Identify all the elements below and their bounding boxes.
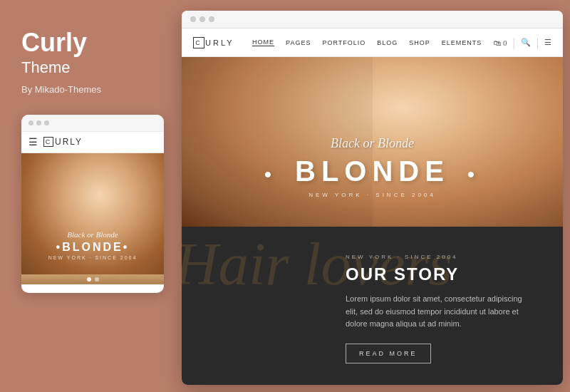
hero-content: Black or Blonde • BLONDE • NEW YORK · SI… [182,136,563,198]
mobile-indicators [21,274,164,284]
mobile-hero: Black or Blonde •BLONDE• NEW YORK · SINC… [21,153,164,274]
theme-title: Curly [21,29,153,57]
menu-icon[interactable]: ☰ [544,38,551,47]
desktop-logo: C URLY [193,37,234,48]
chrome-dot-1 [28,120,33,125]
search-icon[interactable]: 🔍 [521,38,531,47]
read-more-button[interactable]: READ MORE [346,344,431,363]
mobile-script-text: Black or Blonde [21,230,164,239]
mobile-logo-box: C [43,137,53,147]
mobile-logo-text: URLY [55,137,83,147]
story-title: OUR STORY [346,264,527,284]
hero-script-text: Black or Blonde [182,136,563,151]
chrome-dot-2 [36,120,41,125]
nav-item-portfolio[interactable]: PORTFOLIO [322,39,366,46]
desktop-logo-text: URLY [205,38,234,47]
chrome-dot-yellow [200,16,205,22]
mobile-blonde-text: •BLONDE• [21,241,164,254]
desktop-preview: C URLY HOME PAGES PORTFOLIO BLOG SHOP EL… [182,11,563,385]
indicator-2[interactable] [95,277,99,282]
desktop-nav-items: HOME PAGES PORTFOLIO BLOG SHOP ELEMENTS [252,38,482,46]
desktop-nav-icons: 🛍 0 | 🔍 | ☰ [493,36,551,49]
theme-subtitle: Theme [21,58,153,77]
nav-item-elements[interactable]: ELEMENTS [442,39,482,46]
chrome-dot-3 [44,120,49,125]
nav-item-shop[interactable]: SHOP [409,39,430,46]
chrome-dot-red [190,16,196,22]
nav-item-home[interactable]: HOME [252,38,274,46]
hero-title: BLONDE [295,155,450,187]
mobile-location-text: NEW YORK · SINCE 2004 [21,255,164,260]
mobile-hero-overlay: Black or Blonde •BLONDE• NEW YORK · SINC… [21,230,164,260]
hero-right-dot: • [467,163,480,185]
hamburger-icon[interactable]: ☰ [28,136,38,148]
mobile-window-chrome [21,115,164,132]
cart-icon[interactable]: 🛍 0 [493,38,507,47]
mobile-navbar: ☰ C URLY [21,132,164,153]
hero-left-dot: • [264,163,277,185]
desktop-window-chrome [182,11,563,29]
left-panel: Curly Theme By Mikado-Themes ☰ C URLY Bl… [0,0,175,392]
mobile-logo: C URLY [43,137,83,147]
hero-blonde-text: • BLONDE • [182,155,563,187]
indicator-1[interactable] [87,277,91,282]
chrome-dot-green [209,16,214,22]
story-location: NEW YORK · SINCE 2004 [346,254,527,260]
mobile-preview: ☰ C URLY Black or Blonde •BLONDE• NEW YO… [21,115,164,293]
nav-item-pages[interactable]: PAGES [286,39,311,46]
theme-author: By Mikado-Themes [21,84,153,95]
story-text: Lorem ipsum dolor sit amet, consectetur … [346,293,527,331]
desktop-story: Hair lovers NEW YORK · SINCE 2004 OUR ST… [182,227,563,385]
desktop-logo-box: C [193,37,204,48]
story-content: NEW YORK · SINCE 2004 OUR STORY Lorem ip… [182,227,563,385]
nav-item-blog[interactable]: BLOG [377,39,398,46]
hero-location-text: NEW YORK · SINCE 2004 [182,192,563,198]
desktop-hero: Black or Blonde • BLONDE • NEW YORK · SI… [182,57,563,227]
desktop-navbar: C URLY HOME PAGES PORTFOLIO BLOG SHOP EL… [182,29,563,57]
